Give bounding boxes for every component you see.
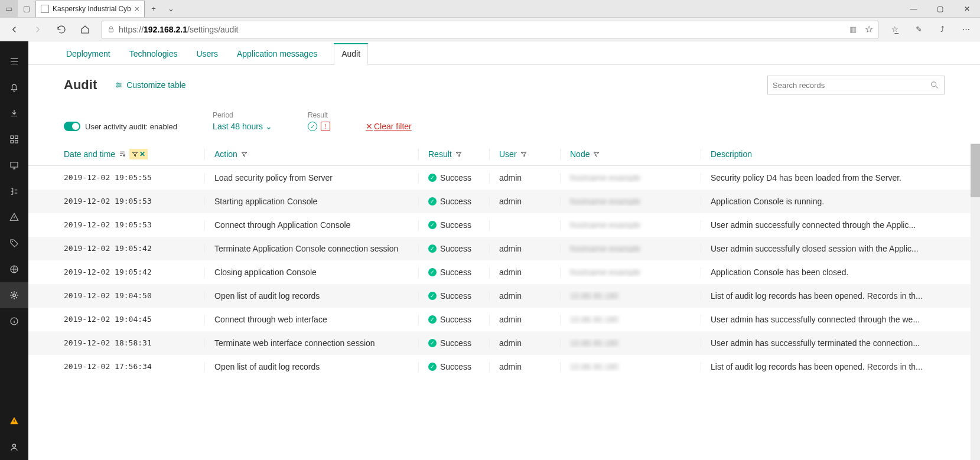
tab-actions-icon[interactable]: ▭ (0, 0, 18, 18)
maximize-button[interactable]: ▢ (927, 0, 953, 18)
svg-rect-3 (11, 141, 14, 143)
period-label: Period (213, 111, 272, 119)
customize-table-button[interactable]: Customize table (115, 80, 185, 90)
sidebar-settings-icon[interactable] (0, 282, 28, 308)
cell-action: Connect through web interface (204, 315, 418, 324)
cell-datetime: 2019-12-02 18:58:31 (64, 338, 204, 348)
filter-clear-x-icon[interactable]: ✕ (139, 150, 145, 158)
home-button[interactable] (74, 19, 96, 40)
table-row[interactable]: 2019-12-02 19:05:53Starting application … (28, 190, 980, 213)
success-check-icon: ✓ (428, 244, 437, 253)
filters-row: User activity audit: enabled Period Last… (28, 105, 980, 143)
new-tab-button[interactable]: + (145, 0, 162, 18)
tab-dropdown-icon[interactable]: ⌄ (162, 0, 180, 18)
forward-button[interactable] (27, 19, 48, 40)
close-window-button[interactable]: ✕ (953, 0, 980, 18)
refresh-button[interactable] (51, 19, 72, 40)
chevron-down-icon: ⌄ (265, 122, 272, 131)
table-row[interactable]: 2019-12-02 19:05:42Closing application C… (28, 260, 980, 284)
cell-datetime: 2019-12-02 19:04:45 (64, 315, 204, 324)
success-check-icon: ✓ (428, 174, 437, 182)
tab-application-messages[interactable]: Application messages (235, 43, 320, 64)
column-header-datetime[interactable]: Date and time ✕ (64, 149, 204, 159)
cell-action: Open list of audit log records (204, 362, 418, 371)
table-row[interactable]: 2019-12-02 19:05:42Terminate Application… (28, 237, 980, 260)
address-url: https://192.168.2.1/settings/audit (119, 25, 238, 34)
search-icon[interactable] (930, 80, 939, 90)
cell-user: admin (489, 173, 560, 182)
sidebar-monitor-icon[interactable] (0, 152, 28, 178)
address-bar[interactable]: https://192.168.2.1/settings/audit ▥ ☆ (102, 21, 878, 38)
tab-audit[interactable]: Audit (334, 43, 368, 65)
funnel-icon[interactable] (593, 151, 600, 158)
cell-action: Load security policy from Server (204, 173, 418, 182)
svg-rect-2 (15, 136, 18, 139)
vertical-scrollbar[interactable] (971, 143, 980, 460)
tab-preview-icon[interactable]: ▢ (18, 0, 35, 18)
tab-users[interactable]: Users (194, 43, 220, 64)
favorites-icon[interactable]: ☆̲ (884, 19, 906, 40)
table-row[interactable]: 2019-12-02 19:04:50Open list of audit lo… (28, 284, 980, 308)
share-icon[interactable]: ⤴ (932, 19, 953, 40)
svg-point-13 (117, 86, 118, 87)
reading-view-icon[interactable]: ▥ (849, 25, 857, 34)
column-header-action[interactable]: Action (204, 149, 418, 159)
cell-action: Starting application Console (204, 197, 418, 206)
period-selector[interactable]: Last 48 hours ⌄ (213, 122, 272, 131)
sliders-icon (115, 81, 123, 89)
back-button[interactable] (4, 19, 25, 40)
scrollbar-thumb[interactable] (971, 144, 980, 197)
sidebar-dashboard-icon[interactable] (0, 126, 28, 152)
table-row[interactable]: 2019-12-02 19:05:55Load security policy … (28, 166, 980, 190)
search-box[interactable] (767, 76, 945, 94)
minimize-button[interactable]: — (900, 0, 927, 18)
more-icon[interactable]: ⋯ (955, 19, 976, 40)
table-row[interactable]: 2019-12-02 19:05:53Connect through Appli… (28, 213, 980, 237)
success-check-icon: ✓ (428, 221, 437, 229)
sidebar-warning-icon[interactable] (0, 408, 28, 434)
sidebar-globe-icon[interactable] (0, 256, 28, 282)
cell-description: Application Console has been closed. (701, 267, 980, 277)
sidebar-bell-icon[interactable] (0, 74, 28, 100)
sidebar-user-icon[interactable] (0, 434, 28, 460)
column-header-node[interactable]: Node (560, 149, 701, 159)
sidebar-menu-icon[interactable] (0, 48, 28, 74)
tab-deployment[interactable]: Deployment (64, 43, 113, 64)
table-row[interactable]: 2019-12-02 18:58:31Terminate web interfa… (28, 331, 980, 355)
cell-datetime: 2019-12-02 19:05:55 (64, 173, 204, 182)
browser-tab[interactable]: Kaspersky Industrial Cyb × (35, 1, 145, 17)
page-title: Audit (64, 77, 97, 93)
result-filter-error-icon[interactable]: ! (321, 122, 330, 131)
success-check-icon: ✓ (428, 339, 437, 347)
sidebar-download-icon[interactable] (0, 100, 28, 126)
sidebar-tree-icon[interactable] (0, 178, 28, 204)
funnel-icon[interactable] (455, 151, 462, 158)
audit-enabled-toggle[interactable] (64, 122, 80, 131)
column-header-user[interactable]: User (489, 149, 560, 159)
sort-desc-icon[interactable] (119, 151, 126, 158)
clear-filter-button[interactable]: ✕ Clear filter (366, 122, 412, 131)
cell-user: admin (489, 315, 560, 324)
cell-result: ✓Success (418, 173, 489, 182)
customize-table-label: Customize table (126, 80, 185, 90)
table-row[interactable]: 2019-12-02 17:56:34Open list of audit lo… (28, 355, 980, 379)
funnel-icon[interactable] (520, 151, 527, 158)
sidebar-tag-icon[interactable] (0, 230, 28, 256)
funnel-icon[interactable] (241, 151, 248, 158)
result-filter-success-icon[interactable]: ✓ (308, 122, 317, 131)
filter-active-badge[interactable]: ✕ (129, 149, 148, 159)
notes-icon[interactable]: ✎ (908, 19, 929, 40)
tab-technologies[interactable]: Technologies (127, 43, 180, 64)
table-row[interactable]: 2019-12-02 19:04:45Connect through web i… (28, 308, 980, 331)
search-input[interactable] (773, 81, 930, 90)
favorite-star-icon[interactable]: ☆ (865, 24, 873, 35)
success-check-icon: ✓ (428, 363, 437, 371)
column-header-result[interactable]: Result (418, 149, 489, 159)
column-header-description[interactable]: Description (701, 149, 980, 159)
sidebar-info-icon[interactable] (0, 308, 28, 334)
cell-result: ✓Success (418, 197, 489, 206)
close-tab-icon[interactable]: × (135, 4, 139, 14)
cell-action: Terminate web interface connection sessi… (204, 338, 418, 348)
cell-description: List of audit log records has been opene… (701, 291, 980, 301)
sidebar-alert-icon[interactable] (0, 204, 28, 230)
